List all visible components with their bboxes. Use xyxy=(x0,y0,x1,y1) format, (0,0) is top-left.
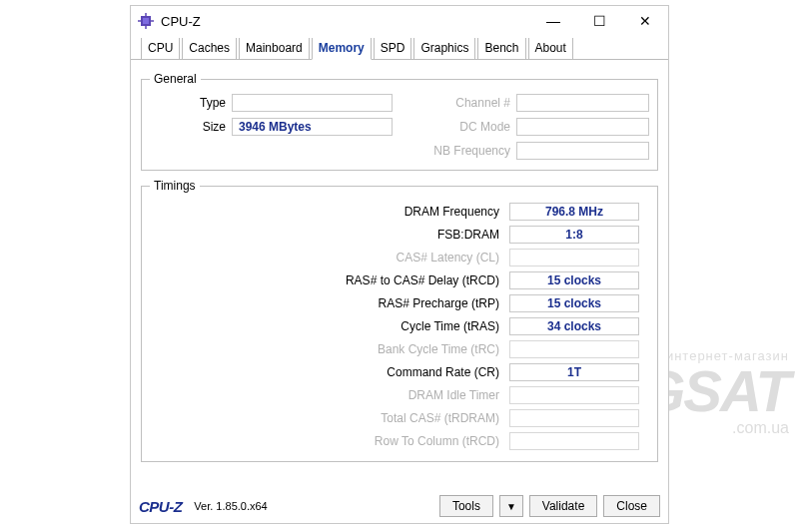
timing-value xyxy=(509,386,639,404)
general-value xyxy=(516,118,649,136)
tab-bench[interactable]: Bench xyxy=(477,38,525,60)
general-label: NB Frequency xyxy=(406,144,516,158)
cpuz-window: CPU-Z — ☐ ✕ CPUCachesMainboardMemorySPDG… xyxy=(130,5,669,524)
timing-label: Row To Column (tRCD) xyxy=(150,434,509,448)
general-label: DC Mode xyxy=(406,120,516,134)
timing-row: DRAM Idle Timer xyxy=(150,384,639,405)
timing-label: FSB:DRAM xyxy=(150,228,509,242)
tools-dropdown-button[interactable]: ▼ xyxy=(499,495,523,517)
general-value xyxy=(232,94,393,112)
footer-brand: CPU-Z xyxy=(139,498,182,515)
timing-row: DRAM Frequency796.8 MHz xyxy=(150,201,639,222)
close-window-button[interactable]: ✕ xyxy=(622,6,668,36)
timing-row: Total CAS# (tRDRAM) xyxy=(150,407,639,428)
timing-value: 34 clocks xyxy=(509,317,639,335)
general-label: Type xyxy=(150,96,232,110)
timing-row: Cycle Time (tRAS)34 clocks xyxy=(150,315,639,336)
timing-label: CAS# Latency (CL) xyxy=(150,251,509,265)
timing-row: RAS# to CAS# Delay (tRCD)15 clocks xyxy=(150,269,639,290)
close-button[interactable]: Close xyxy=(603,495,660,517)
timing-value xyxy=(509,340,639,358)
timing-label: RAS# Precharge (tRP) xyxy=(150,296,509,310)
timing-value xyxy=(509,249,639,266)
titlebar: CPU-Z — ☐ ✕ xyxy=(131,6,668,36)
general-left-row: Size3946 MBytes xyxy=(150,116,393,138)
timing-label: Total CAS# (tRDRAM) xyxy=(150,411,509,425)
general-group: General TypeSize3946 MBytes Channel #DC … xyxy=(141,72,658,171)
general-value: 3946 MBytes xyxy=(232,118,393,136)
timing-label: Bank Cycle Time (tRC) xyxy=(150,342,509,356)
maximize-button[interactable]: ☐ xyxy=(576,6,622,36)
general-right-row: Channel # xyxy=(406,92,649,114)
timing-row: RAS# Precharge (tRP)15 clocks xyxy=(150,292,639,313)
timing-label: Cycle Time (tRAS) xyxy=(150,319,509,333)
timing-row: FSB:DRAM1:8 xyxy=(150,224,639,245)
general-right-row: DC Mode xyxy=(406,116,649,138)
general-value xyxy=(516,142,649,160)
tab-cpu[interactable]: CPU xyxy=(141,38,180,60)
tab-graphics[interactable]: Graphics xyxy=(413,38,475,60)
app-icon xyxy=(137,12,155,30)
timing-value xyxy=(509,409,639,427)
timings-group: Timings DRAM Frequency796.8 MHzFSB:DRAM1… xyxy=(141,179,658,462)
tab-mainboard[interactable]: Mainboard xyxy=(239,38,310,60)
timing-value: 15 clocks xyxy=(509,271,639,289)
timing-label: Command Rate (CR) xyxy=(150,365,509,379)
tools-button[interactable]: Tools xyxy=(439,495,493,517)
svg-rect-1 xyxy=(143,18,149,24)
tab-content-memory: General TypeSize3946 MBytes Channel #DC … xyxy=(131,60,668,493)
general-value xyxy=(516,94,649,112)
timings-legend: Timings xyxy=(150,179,200,193)
footer: CPU-Z Ver. 1.85.0.x64 Tools ▼ Validate C… xyxy=(131,493,668,523)
tab-memory[interactable]: Memory xyxy=(312,38,372,60)
tab-spd[interactable]: SPD xyxy=(374,38,412,60)
footer-version: Ver. 1.85.0.x64 xyxy=(194,500,267,512)
timing-row: Command Rate (CR)1T xyxy=(150,361,639,382)
general-legend: General xyxy=(150,72,201,86)
tabbar: CPUCachesMainboardMemorySPDGraphicsBench… xyxy=(131,36,668,60)
timing-label: RAS# to CAS# Delay (tRCD) xyxy=(150,273,509,287)
timing-label: DRAM Frequency xyxy=(150,205,509,219)
tab-about[interactable]: About xyxy=(528,38,573,60)
timing-value: 15 clocks xyxy=(509,294,639,312)
timing-row: CAS# Latency (CL) xyxy=(150,247,639,267)
timing-value: 1T xyxy=(509,363,639,381)
general-left-row: Type xyxy=(150,92,393,114)
timing-row: Row To Column (tRCD) xyxy=(150,430,639,451)
timing-row: Bank Cycle Time (tRC) xyxy=(150,338,639,359)
tab-caches[interactable]: Caches xyxy=(182,38,237,60)
app-title: CPU-Z xyxy=(161,14,201,29)
timing-value xyxy=(509,432,639,450)
timing-label: DRAM Idle Timer xyxy=(150,388,509,402)
validate-button[interactable]: Validate xyxy=(529,495,597,517)
minimize-button[interactable]: — xyxy=(530,6,576,36)
timing-value: 796.8 MHz xyxy=(509,203,639,221)
general-label: Channel # xyxy=(406,96,516,110)
general-label: Size xyxy=(150,120,232,134)
timing-value: 1:8 xyxy=(509,226,639,244)
general-right-row: NB Frequency xyxy=(406,140,649,162)
